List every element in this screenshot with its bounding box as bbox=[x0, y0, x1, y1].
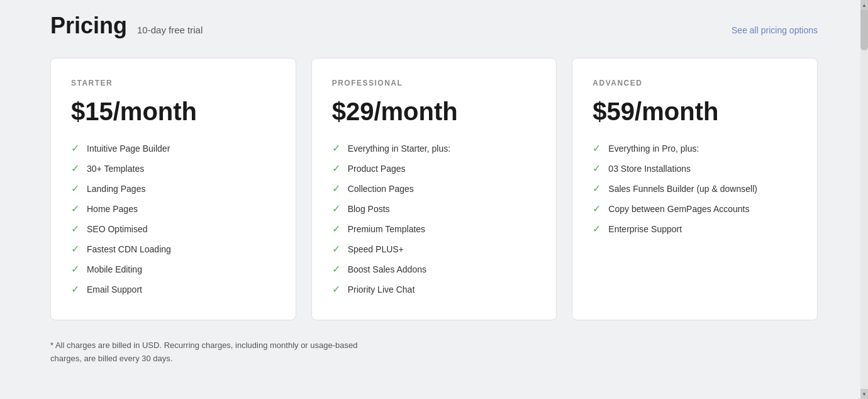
feature-item: ✓Home Pages bbox=[71, 204, 275, 214]
feature-text: SEO Optimised bbox=[87, 224, 147, 234]
trial-badge: 10-day free trial bbox=[137, 25, 203, 35]
see-all-pricing-link[interactable]: See all pricing options bbox=[732, 25, 818, 35]
check-icon: ✓ bbox=[71, 244, 79, 254]
feature-item: ✓03 Store Installations bbox=[593, 164, 797, 174]
feature-item: ✓Sales Funnels Builder (up & downsell) bbox=[593, 184, 797, 194]
check-icon: ✓ bbox=[71, 284, 79, 295]
plan-card-advanced: ADVANCED$59/month✓Everything in Pro, plu… bbox=[572, 58, 818, 320]
feature-text: Blog Posts bbox=[348, 204, 390, 214]
feature-item: ✓Boost Sales Addons bbox=[332, 264, 537, 274]
feature-item: ✓Copy between GemPages Accounts bbox=[593, 204, 797, 214]
feature-item: ✓Speed PLUS+ bbox=[332, 244, 537, 254]
check-icon: ✓ bbox=[71, 164, 79, 174]
feature-item: ✓Enterprise Support bbox=[593, 224, 797, 234]
feature-text: Email Support bbox=[87, 284, 142, 295]
plan-name-advanced: ADVANCED bbox=[593, 79, 797, 87]
page-wrapper: Pricing 10-day free trial See all pricin… bbox=[0, 0, 868, 391]
feature-text: Home Pages bbox=[87, 204, 138, 214]
feature-text: Everything in Pro, plus: bbox=[608, 143, 699, 154]
feature-list-advanced: ✓Everything in Pro, plus:✓03 Store Insta… bbox=[593, 143, 797, 234]
feature-item: ✓Everything in Starter, plus: bbox=[332, 143, 537, 154]
scroll-arrow-up[interactable]: ▲ bbox=[860, 0, 868, 10]
feature-text: Everything in Starter, plus: bbox=[348, 143, 450, 154]
feature-text: Product Pages bbox=[348, 164, 406, 174]
header: Pricing 10-day free trial See all pricin… bbox=[50, 13, 818, 39]
check-icon: ✓ bbox=[71, 204, 79, 214]
feature-item: ✓Mobile Editing bbox=[71, 264, 275, 274]
check-icon: ✓ bbox=[593, 184, 601, 194]
plan-card-professional: PROFESSIONAL$29/month✓Everything in Star… bbox=[311, 58, 557, 320]
check-icon: ✓ bbox=[332, 204, 340, 214]
feature-text: Mobile Editing bbox=[87, 264, 142, 274]
feature-item: ✓30+ Templates bbox=[71, 164, 275, 174]
feature-item: ✓SEO Optimised bbox=[71, 224, 275, 234]
feature-text: Boost Sales Addons bbox=[348, 264, 426, 274]
plan-price-starter: $15/month bbox=[71, 98, 275, 126]
check-icon: ✓ bbox=[332, 244, 340, 254]
feature-item: ✓Premium Templates bbox=[332, 224, 537, 234]
plans-container: STARTER$15/month✓Intuitive Page Builder✓… bbox=[50, 58, 818, 320]
scroll-arrow-down[interactable]: ▼ bbox=[860, 389, 868, 399]
check-icon: ✓ bbox=[332, 164, 340, 174]
check-icon: ✓ bbox=[332, 284, 340, 295]
feature-item: ✓Fastest CDN Loading bbox=[71, 244, 275, 254]
feature-text: Landing Pages bbox=[87, 184, 145, 194]
check-icon: ✓ bbox=[71, 143, 79, 154]
feature-text: Enterprise Support bbox=[608, 224, 682, 234]
feature-text: Premium Templates bbox=[348, 224, 425, 234]
scrollbar-track bbox=[860, 0, 868, 399]
feature-text: Intuitive Page Builder bbox=[87, 143, 170, 154]
plan-name-starter: STARTER bbox=[71, 79, 275, 87]
check-icon: ✓ bbox=[332, 184, 340, 194]
feature-item: ✓Landing Pages bbox=[71, 184, 275, 194]
check-icon: ✓ bbox=[332, 224, 340, 234]
page-title: Pricing bbox=[50, 13, 127, 39]
feature-item: ✓Everything in Pro, plus: bbox=[593, 143, 797, 154]
check-icon: ✓ bbox=[593, 164, 601, 174]
feature-item: ✓Product Pages bbox=[332, 164, 537, 174]
check-icon: ✓ bbox=[593, 143, 601, 154]
feature-text: Priority Live Chat bbox=[348, 284, 415, 295]
feature-list-professional: ✓Everything in Starter, plus:✓Product Pa… bbox=[332, 143, 537, 295]
check-icon: ✓ bbox=[332, 264, 340, 274]
feature-text: Fastest CDN Loading bbox=[87, 244, 171, 254]
feature-item: ✓Collection Pages bbox=[332, 184, 537, 194]
plan-price-advanced: $59/month bbox=[593, 98, 797, 126]
check-icon: ✓ bbox=[593, 224, 601, 234]
check-icon: ✓ bbox=[332, 143, 340, 154]
feature-text: 30+ Templates bbox=[87, 164, 144, 174]
feature-text: Collection Pages bbox=[348, 184, 414, 194]
feature-item: ✓Blog Posts bbox=[332, 204, 537, 214]
plan-card-starter: STARTER$15/month✓Intuitive Page Builder✓… bbox=[50, 58, 296, 320]
check-icon: ✓ bbox=[71, 224, 79, 234]
feature-text: Speed PLUS+ bbox=[348, 244, 404, 254]
feature-text: 03 Store Installations bbox=[608, 164, 691, 174]
feature-list-starter: ✓Intuitive Page Builder✓30+ Templates✓La… bbox=[71, 143, 275, 295]
check-icon: ✓ bbox=[593, 204, 601, 214]
check-icon: ✓ bbox=[71, 184, 79, 194]
feature-item: ✓Priority Live Chat bbox=[332, 284, 537, 295]
plan-name-professional: PROFESSIONAL bbox=[332, 79, 537, 87]
feature-item: ✓Email Support bbox=[71, 284, 275, 295]
feature-item: ✓Intuitive Page Builder bbox=[71, 143, 275, 154]
check-icon: ✓ bbox=[71, 264, 79, 274]
feature-text: Sales Funnels Builder (up & downsell) bbox=[608, 184, 757, 194]
feature-text: Copy between GemPages Accounts bbox=[608, 204, 749, 214]
footer-note: * All charges are billed in USD. Recurri… bbox=[50, 339, 377, 366]
plan-price-professional: $29/month bbox=[332, 98, 537, 126]
header-left: Pricing 10-day free trial bbox=[50, 13, 203, 39]
